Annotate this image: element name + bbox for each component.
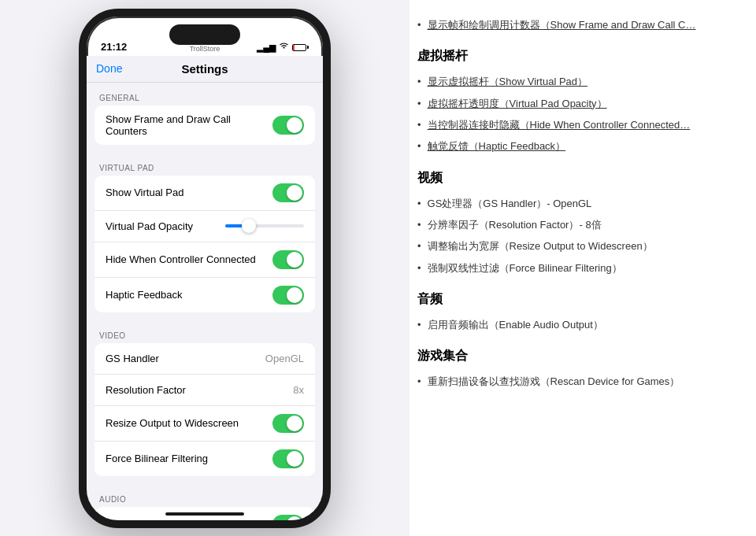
right-bullet-video-1: GS处理器（GS Handler）- OpenGL (417, 194, 740, 213)
right-bullet-virtual-2-text: 虚拟摇杆透明度（Virtual Pad Opacity） (428, 94, 607, 113)
row-show-frame[interactable]: Show Frame and Draw Call Counters (94, 105, 315, 145)
row-label-show-frame: Show Frame and Draw Call Counters (106, 113, 272, 137)
row-value-gs-handler: OpenGL (265, 353, 304, 364)
right-bullet-virtual-3-text: 当控制器连接时隐藏（Hide When Controller Connected… (428, 116, 691, 134)
section-header-virtual-pad: VIRTUAL PAD (87, 153, 323, 176)
battery-icon (292, 44, 309, 51)
wifi-icon (279, 43, 289, 52)
row-label-hide-when-controller: Hide When Controller Connected (106, 253, 256, 265)
right-bullet-video-2-text: 分辨率因子（Resolution Factor）- 8倍 (428, 216, 602, 234)
right-bullet-audio-1: 启用音频输出（Enable Audio Output） (417, 316, 740, 334)
right-bullet-top: 显示帧和绘制调用计数器（Show Frame and Draw Call C… (417, 16, 740, 34)
row-force-bilinear[interactable]: Force Bilinear Filtering (94, 442, 315, 476)
right-bullet-video-3-text: 调整输出为宽屏（Resize Output to Widescreen） (428, 237, 653, 255)
toggle-enable-audio[interactable] (272, 515, 304, 520)
toggle-resize-output[interactable] (272, 414, 304, 433)
right-bullet-collection-1: 重新扫描设备以查找游戏（Rescan Device for Games） (417, 372, 740, 390)
nav-bar: Done Settings (87, 56, 323, 83)
row-value-resolution-factor: 8x (293, 384, 304, 396)
phone-frame: 21:12 ▂▄▆ TrollStore Done Settings GEN (79, 9, 331, 528)
row-show-virtual-pad[interactable]: Show Virtual Pad (94, 176, 315, 211)
phone-container: 21:12 ▂▄▆ TrollStore Done Settings GEN (0, 0, 410, 536)
right-section-title-collection: 游戏集合 (417, 345, 740, 368)
toggle-force-bilinear[interactable] (272, 449, 304, 468)
row-label-gs-handler: GS Handler (106, 353, 159, 364)
right-bullet-virtual-4: 触觉反馈（Haptic Feedback） (417, 137, 740, 155)
right-bullet-video-1-text: GS处理器（GS Handler）- OpenGL (428, 194, 592, 213)
row-label-resize-output: Resize Output to Widescreen (106, 417, 239, 429)
screen-content[interactable]: Done Settings GENERAL Show Frame and Dra… (87, 56, 323, 520)
toggle-hide-when-controller[interactable] (272, 250, 304, 269)
row-gs-handler[interactable]: GS Handler OpenGL (94, 343, 315, 375)
toggle-haptic-feedback[interactable] (272, 286, 304, 305)
nav-title: Settings (181, 62, 228, 76)
row-virtual-pad-opacity[interactable]: Virtual Pad Opacity (94, 211, 315, 242)
right-section-title-video: 视频 (417, 167, 740, 190)
home-indicator (165, 512, 244, 516)
right-bullet-virtual-1: 显示虚拟摇杆（Show Virtual Pad） (417, 72, 740, 91)
right-bullet-video-4: 强制双线性过滤（Force Bilinear Filtering） (417, 259, 740, 277)
right-bullet-virtual-3: 当控制器连接时隐藏（Hide When Controller Connected… (417, 116, 740, 134)
dynamic-island (169, 24, 240, 45)
right-section-title-audio: 音频 (417, 288, 740, 311)
settings-group-virtual-pad: Show Virtual Pad Virtual Pad Opacity Hid… (94, 176, 315, 312)
settings-group-video: GS Handler OpenGL Resolution Factor 8x R… (94, 343, 315, 476)
right-bullet-top-text: 显示帧和绘制调用计数器（Show Frame and Draw Call C… (428, 16, 696, 34)
row-haptic-feedback[interactable]: Haptic Feedback (94, 278, 315, 312)
section-header-general: GENERAL (87, 83, 323, 105)
right-bullet-video-4-text: 强制双线性过滤（Force Bilinear Filtering） (428, 259, 622, 277)
row-resize-output[interactable]: Resize Output to Widescreen (94, 406, 315, 442)
right-bullet-video-3: 调整输出为宽屏（Resize Output to Widescreen） (417, 237, 740, 255)
status-icons: ▂▄▆ (257, 43, 309, 53)
section-header-audio: AUDIO (87, 484, 323, 507)
right-bullet-virtual-1-text: 显示虚拟摇杆（Show Virtual Pad） (428, 72, 588, 91)
row-label-virtual-pad-opacity: Virtual Pad Opacity (106, 220, 193, 232)
right-section-title-virtual: 虚拟摇杆 (417, 45, 740, 68)
status-time: 21:12 (101, 41, 127, 53)
settings-group-general: Show Frame and Draw Call Counters (94, 105, 315, 145)
signal-icon: ▂▄▆ (257, 43, 276, 53)
row-label-enable-audio: Enable Audio Output (106, 518, 199, 520)
right-bullet-virtual-2: 虚拟摇杆透明度（Virtual Pad Opacity） (417, 94, 740, 113)
row-hide-when-controller[interactable]: Hide When Controller Connected (94, 242, 315, 278)
right-panel: 显示帧和绘制调用计数器（Show Frame and Draw Call C… … (410, 0, 756, 536)
nav-back-button[interactable]: Done (96, 62, 122, 75)
toggle-show-frame[interactable] (272, 116, 304, 135)
row-label-haptic-feedback: Haptic Feedback (106, 289, 183, 301)
right-bullet-collection-1-text: 重新扫描设备以查找游戏（Rescan Device for Games） (428, 372, 680, 390)
right-bullet-video-2: 分辨率因子（Resolution Factor）- 8倍 (417, 216, 740, 234)
right-bullet-audio-1-text: 启用音频输出（Enable Audio Output） (428, 316, 603, 334)
slider-virtual-pad-opacity[interactable] (225, 224, 304, 227)
row-label-force-bilinear: Force Bilinear Filtering (106, 453, 208, 464)
toggle-show-virtual-pad[interactable] (272, 183, 304, 202)
row-label-show-virtual-pad: Show Virtual Pad (106, 187, 184, 198)
section-header-video: VIDEO (87, 320, 323, 343)
right-bullet-virtual-4-text: 触觉反馈（Haptic Feedback） (428, 137, 566, 155)
row-label-resolution-factor: Resolution Factor (106, 384, 186, 396)
row-resolution-factor[interactable]: Resolution Factor 8x (94, 375, 315, 406)
